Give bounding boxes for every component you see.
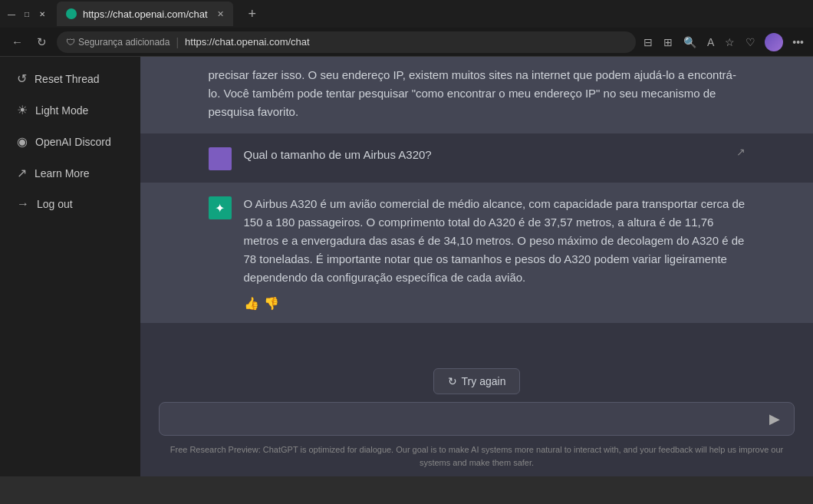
footer-text: Free Research Preview: ChatGPT is optimi… — [159, 440, 795, 473]
sidebar-item-light-mode[interactable]: ☀ Light Mode — [5, 95, 136, 125]
app-layout: ↺ Reset Thread ☀ Light Mode ◉ OpenAI Dis… — [0, 57, 813, 476]
minimize-button[interactable]: — — [6, 8, 17, 19]
sidebar-label-reset: Reset Thread — [35, 73, 100, 85]
messages-area: precisar fazer isso. O seu endereço IP, … — [140, 57, 813, 361]
cast-icon[interactable]: ⊟ — [642, 35, 654, 50]
favorite-icon[interactable]: ☆ — [723, 35, 736, 50]
tab-favicon — [66, 8, 77, 19]
try-again-label: Try again — [462, 375, 506, 387]
address-text: https://chat.openai.com/chat — [185, 36, 310, 48]
try-again-button[interactable]: ↻ Try again — [433, 368, 521, 394]
grid-icon[interactable]: ⊞ — [662, 35, 674, 50]
user-message-block: Qual o tamanho de um Airbus A320? ↗ — [140, 133, 813, 183]
logout-icon: → — [17, 197, 29, 211]
assistant-avatar: ✦ — [209, 196, 232, 219]
try-again-row: ↻ Try again — [159, 368, 795, 394]
feedback-row: 👍 👎 — [244, 296, 746, 311]
user-message-text: Qual o tamanho de um Airbus A320? — [244, 146, 724, 164]
assistant-message-block: ✦ O Airbus A320 é um avião comercial de … — [140, 183, 813, 323]
message-actions: ↗ — [736, 146, 746, 158]
openai-logo-icon: ✦ — [215, 201, 225, 216]
collection-icon[interactable]: ♡ — [744, 35, 757, 50]
chat-input[interactable] — [170, 410, 766, 428]
tab-close-button[interactable]: ✕ — [217, 9, 224, 19]
user-avatar — [209, 147, 232, 170]
title-bar: — □ ✕ https://chat.openai.com/chat ✕ + — [0, 0, 813, 28]
browser-tab[interactable]: https://chat.openai.com/chat ✕ — [57, 2, 233, 26]
share-icon[interactable]: ↗ — [736, 146, 746, 158]
profile-icon[interactable] — [765, 33, 783, 51]
chat-input-row: ▶ — [159, 402, 795, 436]
external-link-icon: ↗ — [17, 166, 27, 180]
partial-message-block: precisar fazer isso. O seu endereço IP, … — [140, 57, 813, 133]
sidebar-item-learn-more[interactable]: ↗ Learn More — [5, 158, 136, 188]
assistant-message-text: O Airbus A320 é um avião comercial de mé… — [244, 195, 746, 287]
close-button[interactable]: ✕ — [37, 8, 48, 19]
send-button[interactable]: ▶ — [766, 409, 783, 429]
sun-icon: ☀ — [17, 103, 28, 117]
address-divider: | — [176, 36, 179, 48]
sidebar-label-logout: Log out — [37, 198, 73, 210]
sidebar-item-discord[interactable]: ◉ OpenAI Discord — [5, 127, 136, 156]
sidebar-label-light: Light Mode — [35, 104, 88, 117]
security-badge: 🛡 Segurança adicionada — [66, 37, 170, 48]
security-label: Segurança adicionada — [78, 37, 170, 48]
address-bar[interactable]: 🛡 Segurança adicionada | https://chat.op… — [57, 31, 636, 53]
refresh-button[interactable]: ↻ — [33, 34, 51, 51]
search-icon[interactable]: 🔍 — [682, 35, 698, 50]
more-options-icon[interactable]: ••• — [791, 35, 805, 50]
shield-icon: 🛡 — [66, 37, 75, 48]
reset-icon: ↺ — [17, 71, 27, 86]
sidebar-item-reset-thread[interactable]: ↺ Reset Thread — [5, 64, 136, 94]
new-tab-button[interactable]: + — [244, 6, 262, 22]
input-area: ↻ Try again ▶ Free Research Preview: Cha… — [140, 361, 813, 476]
window-controls: — □ ✕ — [6, 8, 48, 19]
maximize-button[interactable]: □ — [21, 8, 32, 19]
address-bar-row: ← ↻ 🛡 Segurança adicionada | https://cha… — [0, 28, 813, 57]
toolbar-icons: ⊟ ⊞ 🔍 A ☆ ♡ ••• — [642, 33, 805, 51]
back-button[interactable]: ← — [8, 34, 27, 50]
thumbs-down-button[interactable]: 👎 — [264, 296, 279, 311]
reader-icon[interactable]: A — [706, 35, 716, 50]
partial-message-text: precisar fazer isso. O seu endereço IP, … — [209, 66, 746, 121]
sidebar: ↺ Reset Thread ☀ Light Mode ◉ OpenAI Dis… — [0, 57, 140, 476]
tab-title: https://chat.openai.com/chat — [83, 8, 208, 20]
thumbs-up-button[interactable]: 👍 — [244, 296, 259, 311]
main-content: precisar fazer isso. O seu endereço IP, … — [140, 57, 813, 476]
sidebar-label-discord: OpenAI Discord — [35, 136, 111, 148]
browser-chrome: — □ ✕ https://chat.openai.com/chat ✕ + ←… — [0, 0, 813, 57]
refresh-small-icon: ↻ — [448, 375, 457, 387]
sidebar-item-log-out[interactable]: → Log out — [5, 189, 136, 219]
sidebar-label-learn: Learn More — [35, 167, 90, 180]
discord-icon: ◉ — [17, 134, 28, 149]
